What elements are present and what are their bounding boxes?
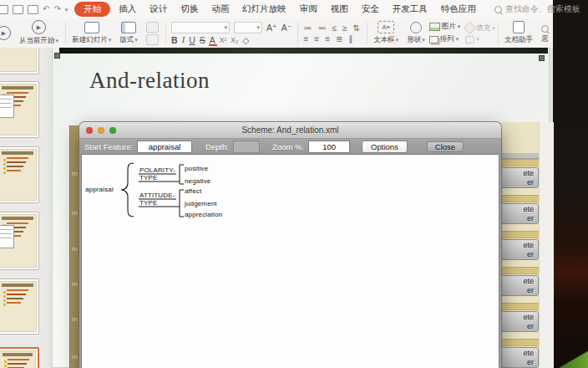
thumbnail-dialog-preview bbox=[0, 225, 14, 248]
thumbnail-content bbox=[0, 48, 37, 72]
menu-tab-0[interactable]: 开始 bbox=[74, 2, 110, 17]
close-window-icon[interactable] bbox=[86, 127, 93, 134]
clear-format-button[interactable]: ◇ bbox=[242, 36, 249, 45]
align-left-button[interactable]: ≡ bbox=[303, 34, 309, 43]
selection-handle[interactable] bbox=[539, 55, 545, 61]
slide-thumbnail-3[interactable] bbox=[0, 146, 39, 203]
background-row-buttons[interactable]: eteer bbox=[499, 167, 539, 188]
outline-button[interactable]: ▾ bbox=[465, 36, 495, 43]
background-row-buttons[interactable]: eteer bbox=[499, 311, 539, 332]
justify-button[interactable]: ≣ bbox=[336, 34, 343, 43]
close-button[interactable]: Close bbox=[427, 141, 464, 152]
svg-text:affect: affect bbox=[185, 187, 202, 195]
line-spacing-button[interactable]: ⇅ bbox=[352, 23, 360, 33]
minimize-window-icon[interactable] bbox=[98, 127, 104, 134]
background-row-buttons[interactable]: eteer bbox=[499, 239, 539, 260]
slide-thumbnail-1[interactable] bbox=[0, 48, 39, 74]
font-name-select[interactable]: ▾ bbox=[171, 22, 230, 33]
shapes-button[interactable]: 形状▾ bbox=[403, 18, 429, 48]
clipped-button-text: er bbox=[527, 178, 534, 187]
chevron-down-icon: ▾ bbox=[476, 36, 479, 43]
background-row-buttons[interactable]: eteer bbox=[499, 347, 539, 368]
background-row-label-fragment: m bbox=[72, 209, 78, 217]
new-slide-button[interactable]: 新建幻灯片▾ bbox=[68, 18, 115, 48]
background-row-separator bbox=[499, 339, 539, 346]
subscript-button[interactable]: X₂ bbox=[231, 37, 238, 44]
command-search[interactable]: 查找命令、搜索模板 bbox=[494, 3, 580, 15]
menu-tab-3[interactable]: 切换 bbox=[174, 2, 205, 17]
menu-tab-5[interactable]: 幻灯片放映 bbox=[236, 2, 293, 17]
slide-title[interactable]: And-relation bbox=[89, 68, 210, 94]
undo-icon[interactable]: ↶ bbox=[43, 5, 49, 13]
start-feature-input[interactable] bbox=[137, 141, 192, 153]
clipped-button-text: er bbox=[527, 250, 534, 258]
picture-label: 图片 bbox=[442, 22, 456, 32]
doc-assistant-button[interactable]: 文档助手 bbox=[500, 18, 537, 48]
print-icon[interactable] bbox=[13, 5, 23, 14]
preview-button[interactable]: ▶ bbox=[0, 18, 15, 48]
zoom-window-icon[interactable] bbox=[109, 127, 116, 134]
screen: ↶ ↷ ▾ 开始插入设计切换动画幻灯片放映审阅视图安全开发工具特色应用 查找命令… bbox=[0, 0, 588, 368]
shrink-font-button[interactable]: A⁻ bbox=[281, 23, 292, 33]
chevron-down-icon: ▾ bbox=[456, 36, 459, 43]
indent-decrease-button[interactable]: ≤ bbox=[332, 23, 337, 33]
menu-tab-8[interactable]: 安全 bbox=[355, 2, 386, 17]
bold-button[interactable]: B bbox=[171, 36, 178, 45]
numbering-button[interactable]: ≕ bbox=[317, 23, 327, 33]
text-box-button[interactable]: A≡ 文本框▾ bbox=[369, 18, 403, 48]
italic-button[interactable]: I bbox=[182, 36, 185, 45]
menu-tab-2[interactable]: 设计 bbox=[143, 2, 174, 17]
slide-thumbnail-6[interactable] bbox=[0, 347, 39, 368]
paste-icon[interactable] bbox=[146, 22, 159, 33]
grow-font-button[interactable]: A⁺ bbox=[266, 23, 277, 33]
font-color-button[interactable]: A bbox=[210, 36, 215, 45]
dialog-title-bar[interactable]: Scheme: And_relation.xml bbox=[79, 122, 501, 139]
mindmap-button[interactable]: 思 bbox=[537, 18, 553, 48]
options-button[interactable]: Options bbox=[362, 141, 408, 153]
indent-increase-button[interactable]: ≥ bbox=[342, 23, 348, 33]
font-size-select[interactable]: ▾ bbox=[234, 22, 262, 33]
slide-thumbnail-5[interactable] bbox=[0, 279, 39, 335]
columns-button[interactable]: ∥ bbox=[348, 34, 353, 43]
slide-thumbnail-4[interactable] bbox=[0, 212, 39, 270]
redo-icon[interactable]: ↷ bbox=[53, 5, 60, 13]
menu-tab-10[interactable]: 特色应用 bbox=[434, 2, 483, 17]
background-row-buttons[interactable]: eteer bbox=[499, 203, 539, 224]
print-preview-icon[interactable] bbox=[28, 5, 38, 14]
clipboard-group bbox=[142, 18, 163, 48]
scheme-dialog: Scheme: And_relation.xml Start Feature: … bbox=[79, 122, 501, 368]
strikethrough-button[interactable]: S bbox=[200, 36, 205, 45]
menu-tab-9[interactable]: 开发工具 bbox=[386, 2, 434, 17]
layout-button[interactable]: 版式▾ bbox=[115, 18, 142, 48]
underline-button[interactable]: U bbox=[189, 36, 195, 45]
menu-tab-7[interactable]: 视图 bbox=[324, 2, 355, 17]
format-painter-icon[interactable] bbox=[146, 34, 159, 45]
fill-button[interactable]: 填充▾ bbox=[465, 23, 495, 33]
save-icon[interactable] bbox=[0, 5, 8, 14]
picture-button[interactable]: 图片▾ bbox=[429, 22, 461, 32]
menu-tab-1[interactable]: 插入 bbox=[112, 2, 143, 17]
bullets-button[interactable]: ≔ bbox=[303, 23, 312, 33]
slide-thumbnail-2[interactable] bbox=[0, 81, 39, 138]
superscript-button[interactable]: X² bbox=[220, 37, 227, 44]
align-right-button[interactable]: ≡ bbox=[325, 34, 331, 43]
arrange-button[interactable]: 排列▾ bbox=[429, 34, 461, 44]
menu-tab-6[interactable]: 审阅 bbox=[293, 2, 324, 17]
menu-tab-4[interactable]: 动画 bbox=[205, 2, 236, 17]
arrange-label: 排列 bbox=[440, 34, 454, 44]
align-center-button[interactable]: ≡ bbox=[314, 34, 320, 43]
picture-icon bbox=[429, 23, 440, 31]
ribbon-toolbar: ▶ ▶ 从当前开始▾ 新建幻灯片▾ 版式▾ ▾ bbox=[0, 18, 553, 49]
scheme-diagram-area: appraisalPOLARITY-TYPEpositivenegativeAT… bbox=[81, 154, 499, 368]
selection-handle[interactable] bbox=[54, 53, 60, 59]
clipped-button-text: er bbox=[527, 358, 534, 366]
background-row-buttons[interactable]: eteer bbox=[499, 275, 539, 296]
dialog-toolbar: Start Feature: Depth: Zoom %: Options Cl… bbox=[79, 139, 501, 155]
background-window-header bbox=[499, 153, 539, 159]
clipped-button-text: er bbox=[527, 286, 534, 294]
zoom-input[interactable] bbox=[308, 141, 350, 153]
depth-input[interactable] bbox=[233, 141, 260, 153]
system-network-diagram: appraisalPOLARITY-TYPEpositivenegativeAT… bbox=[82, 155, 499, 365]
quick-access-dropdown-icon[interactable]: ▾ bbox=[65, 7, 68, 13]
play-from-current-button[interactable]: ▶ 从当前开始▾ bbox=[15, 18, 63, 48]
